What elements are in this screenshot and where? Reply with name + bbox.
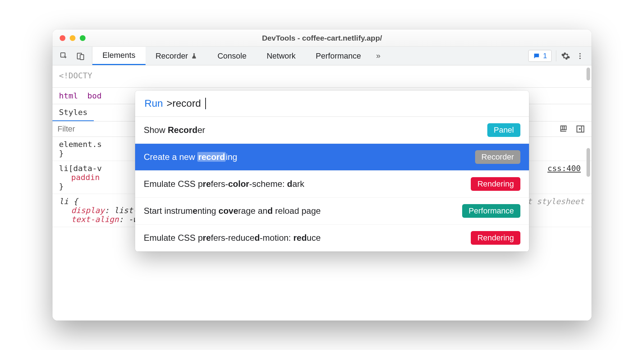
panel-tabs: Elements Recorder Console Network Perfor…: [92, 47, 386, 65]
hover-state-icon[interactable]: [559, 124, 569, 134]
palette-item-badge: Rendering: [471, 177, 520, 191]
issues-count: 1: [543, 52, 547, 60]
palette-prefix: Run: [144, 98, 163, 109]
tab-console[interactable]: Console: [207, 47, 257, 65]
svg-rect-0: [61, 53, 65, 57]
scrollbar-thumb[interactable]: [586, 148, 590, 177]
tab-label: Console: [217, 51, 247, 61]
main-panel: <!DOCTY html bod Styles element.s }: [52, 65, 592, 321]
inspect-element-icon[interactable]: [59, 51, 69, 61]
palette-item-badge: Panel: [487, 123, 520, 137]
tabbar: Elements Recorder Console Network Perfor…: [52, 47, 592, 65]
device-toolbar-icon[interactable]: [75, 51, 86, 61]
more-tabs-button[interactable]: »: [371, 47, 386, 65]
issues-badge[interactable]: 1: [528, 50, 552, 62]
divider: [556, 50, 556, 61]
palette-item-list: Show RecorderPanelCreate a new recording…: [135, 117, 529, 252]
palette-query: >record: [166, 98, 201, 109]
tab-elements[interactable]: Elements: [92, 47, 146, 65]
breadcrumb-item[interactable]: html: [59, 91, 78, 100]
settings-icon[interactable]: [561, 51, 571, 61]
window-title: DevTools - coffee-cart.netlify.app/: [52, 34, 592, 42]
svg-rect-6: [561, 126, 566, 130]
svg-rect-2: [80, 55, 84, 60]
kebab-menu-icon[interactable]: [575, 51, 585, 61]
palette-item-label: Emulate CSS prefers-color-scheme: dark: [144, 179, 304, 189]
css-source-link[interactable]: css:400: [547, 164, 585, 173]
caret: [205, 98, 206, 109]
command-palette: Run >record Show RecorderPanelCreate a n…: [135, 91, 529, 252]
svg-point-3: [579, 53, 581, 54]
tab-label: Performance: [316, 51, 361, 61]
breadcrumb-item[interactable]: bod: [87, 91, 102, 100]
palette-item-label: Show Recorder: [144, 125, 205, 135]
palette-item-label: Create a new recording: [144, 152, 237, 162]
palette-item[interactable]: Create a new recordingRecorder: [135, 144, 529, 171]
tab-performance[interactable]: Performance: [306, 47, 371, 65]
palette-item-badge: Performance: [462, 204, 520, 218]
svg-point-5: [579, 57, 581, 59]
palette-item-badge: Recorder: [475, 150, 520, 164]
palette-item-badge: Rendering: [471, 231, 520, 245]
tab-recorder[interactable]: Recorder: [146, 47, 207, 65]
palette-item[interactable]: Emulate CSS prefers-reduced-motion: redu…: [135, 225, 529, 252]
devtools-window: DevTools - coffee-cart.netlify.app/ Elem…: [52, 29, 592, 321]
flask-icon: [191, 53, 197, 59]
tab-label: Network: [267, 51, 296, 61]
palette-input[interactable]: Run >record: [135, 91, 529, 117]
tabbar-tools: [52, 47, 92, 65]
toggle-sidebar-icon[interactable]: [576, 124, 585, 134]
palette-item-label: Start instrumenting coverage and reload …: [144, 206, 321, 216]
tab-label: Recorder: [156, 51, 188, 61]
palette-item[interactable]: Show RecorderPanel: [135, 117, 529, 144]
palette-item[interactable]: Emulate CSS prefers-color-scheme: darkRe…: [135, 171, 529, 198]
issues-icon: [533, 52, 540, 60]
tab-label: Elements: [102, 51, 135, 60]
titlebar: DevTools - coffee-cart.netlify.app/: [52, 29, 592, 47]
styles-tab[interactable]: Styles: [52, 104, 94, 120]
tab-network[interactable]: Network: [257, 47, 306, 65]
doctype-line: <!DOCTY: [52, 70, 592, 81]
palette-item-label: Emulate CSS prefers-reduced-motion: redu…: [144, 233, 321, 243]
palette-item[interactable]: Start instrumenting coverage and reload …: [135, 198, 529, 225]
svg-point-4: [579, 55, 581, 57]
